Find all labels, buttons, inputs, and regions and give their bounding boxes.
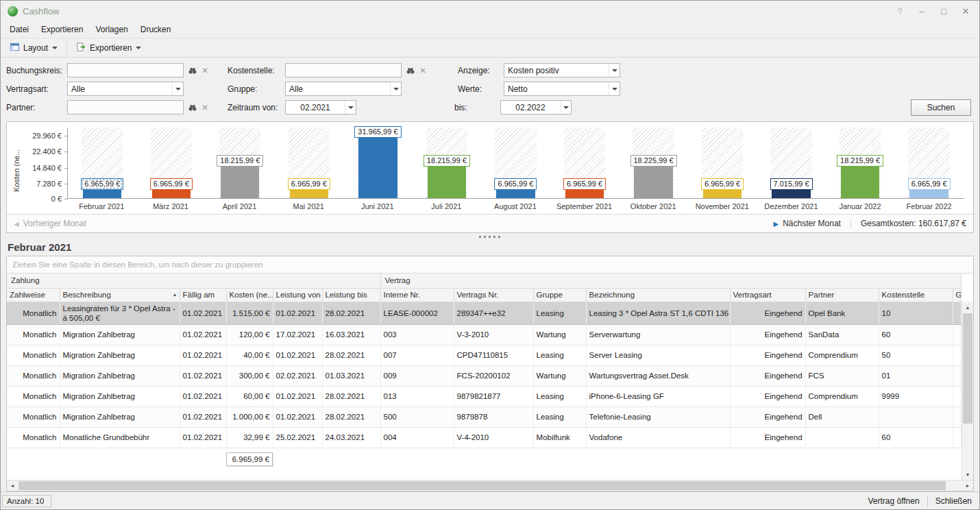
column-header[interactable]: Kostenstelle (879, 288, 953, 302)
column-header[interactable]: Interne Nr. (380, 288, 454, 302)
bis-dropdown[interactable]: 02.2022 (500, 100, 572, 114)
next-month-button[interactable]: ▶ Nächster Monat (773, 219, 848, 228)
column-header[interactable]: Zahlweise (7, 288, 60, 302)
chart-bar-value-label[interactable]: 6.965,99 € (81, 178, 123, 190)
cell[interactable]: 01.02.2021 (180, 365, 226, 386)
chart-bar-value-label[interactable]: 18.225,99 € (630, 155, 676, 167)
cell[interactable]: 50 (879, 345, 953, 365)
cell[interactable]: 17.02.2021 (273, 324, 322, 345)
cell[interactable]: 40,00 € (226, 345, 273, 365)
cell[interactable] (953, 324, 961, 345)
column-header[interactable]: Beschreibung▲ (60, 288, 180, 302)
cell[interactable]: Dell (805, 406, 879, 427)
previous-month-button[interactable]: ◀ Vorheriger Monat (14, 219, 86, 228)
cell[interactable]: Leasing (533, 406, 586, 427)
column-header[interactable]: Vertragsart (730, 288, 805, 302)
cell[interactable]: 9879878 (454, 406, 533, 427)
cell[interactable]: iPhone-6-Leasing GF (586, 386, 730, 406)
column-header[interactable]: Fällig am (180, 288, 226, 302)
suchen-button[interactable]: Suchen (911, 99, 971, 116)
cell[interactable]: 28.02.2021 (322, 345, 380, 365)
column-header[interactable]: Gül... (953, 288, 961, 302)
open-contract-button[interactable]: Vertrag öffnen (860, 496, 927, 506)
cell[interactable]: Comprendium (805, 386, 879, 406)
cell[interactable]: LEASE-000002 (380, 302, 454, 324)
horizontal-scrollbar[interactable]: ◄ ► (7, 480, 973, 491)
chart-bar-value-label[interactable]: 6.965,99 € (150, 178, 193, 190)
table-row[interactable]: MonatlichMigration Zahlbetrag01.02.20211… (7, 406, 961, 427)
cell[interactable] (879, 406, 953, 427)
cell[interactable]: Monatlich (7, 324, 60, 345)
cell[interactable]: Leasing 3 * Opel Astra ST 1,6 CDTI 136 P… (586, 302, 730, 324)
cell[interactable]: Migration Zahlbetrag (60, 324, 180, 345)
cell[interactable]: Leasingraten für 3 * Opel Astra - á 505,… (60, 302, 180, 324)
table-row[interactable]: MonatlichMonatliche Grundbebühr01.02.202… (7, 427, 961, 448)
search-binoculars-icon[interactable] (406, 66, 415, 75)
table-row[interactable]: MonatlichMigration Zahlbetrag01.02.20214… (7, 345, 961, 365)
clear-icon[interactable]: ✕ (201, 103, 208, 112)
cell[interactable]: 003 (380, 324, 454, 345)
cell[interactable]: 28.02.2021 (322, 302, 380, 324)
vertical-scrollbar[interactable]: ▲ ▼ (961, 302, 973, 480)
cell[interactable]: V-3-2010 (454, 324, 533, 345)
zeitraum-von-dropdown[interactable]: 02.2021 (285, 100, 356, 114)
cell[interactable]: 1.000,00 € (226, 406, 273, 427)
group-by-box[interactable]: Ziehen Sie eine Spalte in diesen Bereich… (7, 256, 973, 274)
anzeige-dropdown[interactable]: Kosten positiv (504, 63, 620, 77)
cell[interactable] (953, 345, 961, 365)
cell[interactable] (953, 427, 961, 448)
cell[interactable]: 01.02.2021 (273, 302, 322, 324)
chart-bar-value-label[interactable]: 6.965,99 € (701, 178, 744, 190)
cell[interactable]: 01.02.2021 (180, 302, 226, 324)
cell[interactable]: 28.02.2021 (322, 406, 380, 427)
cell[interactable]: 9879821877 (454, 386, 533, 406)
band-header[interactable]: Vertrag (380, 274, 961, 288)
cell[interactable]: 01.02.2021 (180, 427, 226, 448)
cell[interactable]: 289347++e32 (454, 302, 533, 324)
clear-icon[interactable]: ✕ (201, 66, 208, 75)
splitter-handle[interactable] (1, 233, 979, 240)
cell[interactable]: Monatlich (7, 365, 60, 386)
column-header[interactable]: Gruppe (533, 288, 586, 302)
cell[interactable]: Leasing (533, 386, 586, 406)
chart-bar-value-label[interactable]: 7.015,99 € (770, 178, 813, 190)
scroll-up-icon[interactable]: ▲ (962, 302, 973, 313)
cell[interactable]: 013 (380, 386, 454, 406)
minimize-button[interactable]: – (911, 2, 933, 20)
scroll-right-icon[interactable]: ► (962, 481, 973, 491)
vertical-scrollbar-thumb[interactable] (963, 313, 972, 424)
cell[interactable]: Eingehend (730, 302, 805, 324)
cell[interactable]: V-4-2010 (454, 427, 533, 448)
cell[interactable]: FCS-20200102 (454, 365, 533, 386)
menu-vorlagen[interactable]: Vorlagen (89, 23, 134, 36)
chart-bar-value-label[interactable]: 6.965,99 € (563, 178, 606, 190)
cell[interactable]: Migration Zahlbetrag (60, 406, 180, 427)
menu-drucken[interactable]: Drucken (134, 23, 177, 36)
column-header[interactable]: Partner (805, 288, 879, 302)
cell[interactable]: Monatlich (7, 406, 60, 427)
cell[interactable]: Leasing (533, 345, 586, 365)
scroll-down-icon[interactable]: ▼ (962, 469, 973, 480)
cell[interactable]: Eingehend (730, 386, 805, 406)
cell[interactable]: 9999 (879, 386, 953, 406)
cell[interactable]: Mobilfunk (533, 427, 586, 448)
cell[interactable]: Comprendium (805, 345, 879, 365)
cell[interactable]: 120,00 € (226, 324, 273, 345)
vertragsart-dropdown[interactable]: Alle (67, 82, 184, 96)
cell[interactable]: 02.02.2021 (273, 365, 322, 386)
cell[interactable]: Eingehend (730, 427, 805, 448)
cell[interactable]: Serverwartung (586, 324, 730, 345)
table-row[interactable]: MonatlichMigration Zahlbetrag01.02.20216… (7, 386, 961, 406)
chart-bar-value-label[interactable]: 18.215,99 € (424, 155, 470, 167)
cell[interactable]: 1.515,00 € (226, 302, 273, 324)
table-row[interactable]: MonatlichLeasingraten für 3 * Opel Astra… (7, 302, 961, 324)
scroll-left-icon[interactable]: ◄ (7, 481, 18, 491)
cell[interactable] (953, 386, 961, 406)
cell[interactable]: 300,00 € (226, 365, 273, 386)
cell[interactable]: 01.02.2021 (180, 386, 226, 406)
clear-icon[interactable]: ✕ (419, 66, 426, 75)
close-button[interactable]: ✕ (955, 2, 977, 20)
cell[interactable]: 01.02.2021 (273, 386, 322, 406)
cell[interactable]: 28.02.2021 (322, 386, 380, 406)
table-row[interactable]: MonatlichMigration Zahlbetrag01.02.20213… (7, 365, 961, 386)
